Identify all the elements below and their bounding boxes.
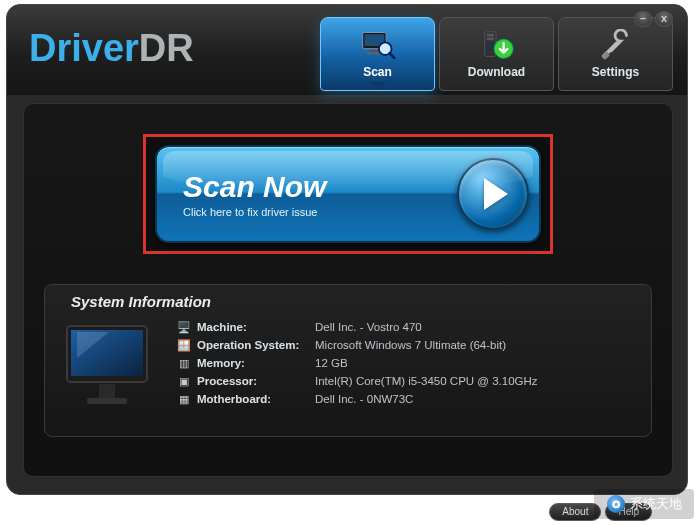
tab-settings[interactable]: Settings <box>558 17 673 91</box>
watermark: ✪ 系统天地 <box>594 489 694 519</box>
machine-icon: 🖥️ <box>175 320 193 334</box>
window-controls: – x <box>634 11 673 27</box>
watermark-text: 系统天地 <box>630 495 682 513</box>
scan-highlight-frame: Scan Now Click here to fix driver issue <box>143 134 553 254</box>
svg-line-5 <box>389 53 394 58</box>
tab-scan[interactable]: Scan <box>320 17 435 91</box>
spec-value: 12 GB <box>315 357 637 369</box>
system-information-title: System Information <box>71 293 637 310</box>
svg-rect-2 <box>369 50 378 53</box>
logo-part-driver: Driver <box>29 27 139 69</box>
spec-row-machine: 🖥️ Machine: Dell Inc. - Vostro 470 <box>175 318 637 336</box>
spec-label: Motherboard: <box>197 393 315 405</box>
spec-label: Processor: <box>197 375 315 387</box>
header: DriverDR Scan <box>7 5 687 95</box>
spec-row-processor: ▣ Processor: Intel(R) Core(TM) i5-3450 C… <box>175 372 637 390</box>
tab-scan-label: Scan <box>363 65 392 79</box>
processor-icon: ▣ <box>175 374 193 388</box>
tools-icon <box>598 29 634 63</box>
scan-now-button[interactable]: Scan Now Click here to fix driver issue <box>155 145 541 243</box>
spec-value: Dell Inc. - Vostro 470 <box>315 321 637 333</box>
watermark-globe-icon: ✪ <box>607 495 625 513</box>
system-information-panel: System Information <box>44 284 652 437</box>
scan-button-title: Scan Now <box>183 170 457 204</box>
scan-button-text: Scan Now Click here to fix driver issue <box>183 170 457 218</box>
svg-rect-15 <box>87 398 127 404</box>
monitor-magnifier-icon <box>360 29 396 63</box>
spec-label: Operation System: <box>197 339 315 351</box>
spec-row-motherboard: ▦ Motherboard: Dell Inc. - 0NW73C <box>175 390 637 408</box>
computer-monitor-icon <box>59 318 159 422</box>
svg-rect-7 <box>486 34 494 37</box>
tab-download-label: Download <box>468 65 525 79</box>
app-logo: DriverDR <box>29 27 194 70</box>
specs-list: 🖥️ Machine: Dell Inc. - Vostro 470 🪟 Ope… <box>175 318 637 408</box>
scan-button-subtitle: Click here to fix driver issue <box>183 206 457 218</box>
spec-value: Dell Inc. - 0NW73C <box>315 393 637 405</box>
memory-icon: ▥ <box>175 356 193 370</box>
spec-row-memory: ▥ Memory: 12 GB <box>175 354 637 372</box>
download-icon <box>479 29 515 63</box>
spec-value: Microsoft Windows 7 Ultimate (64-bit) <box>315 339 637 351</box>
motherboard-icon: ▦ <box>175 392 193 406</box>
spec-value: Intel(R) Core(TM) i5-3450 CPU @ 3.10GHz <box>315 375 637 387</box>
svg-rect-8 <box>486 37 494 40</box>
close-button[interactable]: x <box>655 11 673 27</box>
content-panel: Scan Now Click here to fix driver issue … <box>23 103 673 477</box>
spec-label: Machine: <box>197 321 315 333</box>
spec-row-os: 🪟 Operation System: Microsoft Windows 7 … <box>175 336 637 354</box>
tab-download[interactable]: Download <box>439 17 554 91</box>
play-arrow-icon <box>457 158 529 230</box>
minimize-button[interactable]: – <box>634 11 652 27</box>
svg-rect-14 <box>99 384 115 398</box>
tab-bar: Scan Download <box>320 17 673 91</box>
tab-settings-label: Settings <box>592 65 639 79</box>
app-window: – x DriverDR Scan <box>6 4 688 495</box>
spec-label: Memory: <box>197 357 315 369</box>
os-icon: 🪟 <box>175 338 193 352</box>
logo-part-dr: DR <box>139 27 194 69</box>
